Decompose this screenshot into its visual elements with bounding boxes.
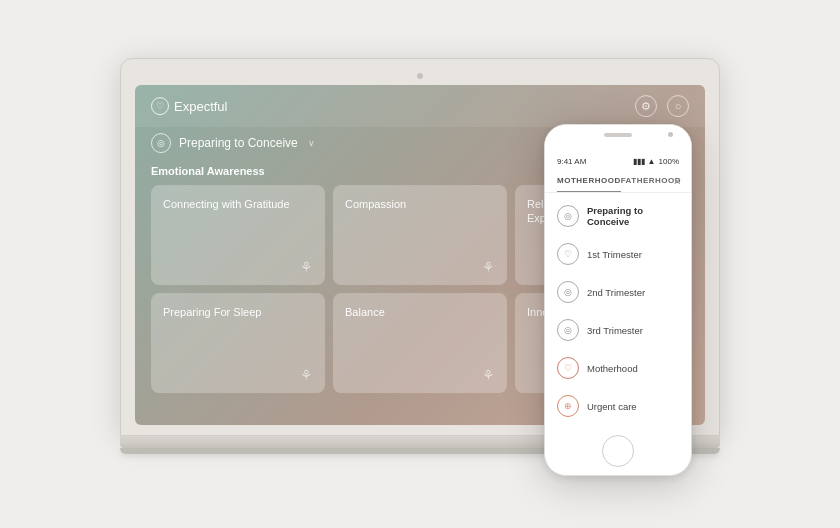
scene: ♡ Expectful ⚙ ○ ◎ Preparing to Conceive xyxy=(0,0,840,528)
list-icon-urgent: ⊕ xyxy=(557,395,579,417)
tab-motherhood[interactable]: MOTHERHOOD xyxy=(557,170,621,192)
card-balance[interactable]: Balance ⚘ xyxy=(333,293,507,393)
phone-speaker xyxy=(604,133,632,137)
list-label: 1st Trimester xyxy=(587,249,642,260)
list-item-preparing[interactable]: ◎ Preparing to Conceive xyxy=(545,197,691,235)
list-icon-2nd: ◎ xyxy=(557,281,579,303)
list-label: 3rd Trimester xyxy=(587,325,643,336)
phone-home-button[interactable] xyxy=(602,435,634,467)
list-item-2nd-trimester[interactable]: ◎ 2nd Trimester xyxy=(545,273,691,311)
list-icon-preparing: ◎ xyxy=(557,205,579,227)
list-item-1st-trimester[interactable]: ♡ 1st Trimester xyxy=(545,235,691,273)
card-title: Balance xyxy=(345,305,495,319)
wifi-icon: ▲ xyxy=(648,157,656,166)
list-label: Motherhood xyxy=(587,363,638,374)
card-icon: ⚘ xyxy=(300,367,313,383)
list-item-motherhood[interactable]: ♡ Motherhood xyxy=(545,349,691,387)
phone-status-bar: 9:41 AM ▮▮▮ ▲ 100% xyxy=(545,153,691,170)
chevron-down-icon: ∨ xyxy=(308,138,315,148)
phone-camera xyxy=(668,132,673,137)
list-item-urgent-care[interactable]: ⊕ Urgent care xyxy=(545,387,691,425)
settings-icon[interactable]: ⚙ xyxy=(635,95,657,117)
phone-time: 9:41 AM xyxy=(557,157,586,166)
card-icon: ⚘ xyxy=(482,367,495,383)
card-icon: ⚘ xyxy=(300,259,313,275)
laptop-camera xyxy=(417,73,423,79)
phone-status-right: ▮▮▮ ▲ 100% xyxy=(633,157,679,166)
app-navbar: ♡ Expectful ⚙ ○ xyxy=(135,85,705,127)
card-title: Compassion xyxy=(345,197,495,211)
list-icon-1st: ♡ xyxy=(557,243,579,265)
list-icon-3rd: ◎ xyxy=(557,319,579,341)
phone: 9:41 AM ▮▮▮ ▲ 100% MOTHERHOOD FATHERHOOD… xyxy=(544,124,692,476)
category-icon: ◎ xyxy=(151,133,171,153)
app-logo: ♡ Expectful xyxy=(151,97,227,115)
battery-text: 100% xyxy=(659,157,679,166)
phone-list: ◎ Preparing to Conceive ♡ 1st Trimester … xyxy=(545,193,691,429)
list-label: 2nd Trimester xyxy=(587,287,645,298)
logo-icon: ♡ xyxy=(151,97,169,115)
close-icon[interactable]: ✕ xyxy=(673,176,681,187)
card-title: Preparing For Sleep xyxy=(163,305,313,319)
card-title: Connecting with Gratitude xyxy=(163,197,313,211)
navbar-icons: ⚙ ○ xyxy=(635,95,689,117)
list-item-3rd-trimester[interactable]: ◎ 3rd Trimester xyxy=(545,311,691,349)
phone-top-bar xyxy=(545,125,691,153)
list-label: Urgent care xyxy=(587,401,637,412)
list-label: Preparing to Conceive xyxy=(587,205,679,227)
logo-text: Expectful xyxy=(174,99,227,114)
user-icon[interactable]: ○ xyxy=(667,95,689,117)
signal-icon: ▮▮▮ xyxy=(633,157,645,166)
card-icon: ⚘ xyxy=(482,259,495,275)
phone-tabs: MOTHERHOOD FATHERHOOD ✕ xyxy=(545,170,691,193)
subnav-left: ◎ Preparing to Conceive ∨ xyxy=(151,133,315,153)
category-title[interactable]: Preparing to Conceive xyxy=(179,136,298,150)
card-connecting-gratitude[interactable]: Connecting with Gratitude ⚘ xyxy=(151,185,325,285)
list-icon-motherhood: ♡ xyxy=(557,357,579,379)
card-sleep[interactable]: Preparing For Sleep ⚘ xyxy=(151,293,325,393)
card-compassion[interactable]: Compassion ⚘ xyxy=(333,185,507,285)
